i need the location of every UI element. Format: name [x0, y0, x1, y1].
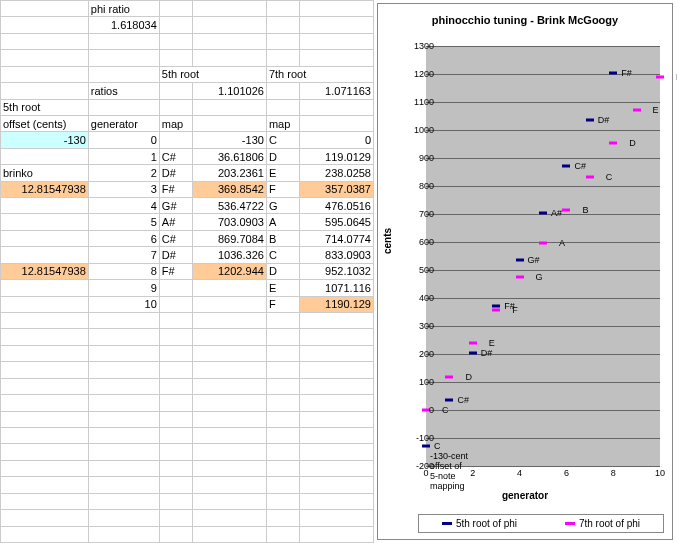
data-point	[469, 352, 477, 355]
y-tick: 100	[400, 377, 434, 387]
label-offset: offset (cents)	[1, 115, 89, 131]
offset-value[interactable]: -130	[1, 132, 89, 148]
legend-5th: 5th root of phi	[456, 518, 517, 529]
label-ratios: ratios	[88, 83, 159, 99]
x-tick: 6	[564, 468, 569, 478]
data-point	[633, 109, 641, 112]
label-generator: generator	[88, 115, 159, 131]
chart[interactable]: phinocchio tuning - Brink McGoogy cents …	[377, 3, 673, 540]
brinko-a[interactable]: 12.81547938	[1, 181, 89, 197]
y-tick: 1000	[400, 125, 434, 135]
data-point	[469, 342, 477, 345]
label-5th-root: 5th root	[1, 99, 89, 115]
data-point	[539, 212, 547, 215]
legend-7th: 7th root of phi	[579, 518, 640, 529]
legend-swatch-blue	[442, 522, 452, 525]
data-point	[562, 209, 570, 212]
data-point	[586, 175, 594, 178]
y-tick: -200	[400, 461, 434, 471]
x-tick: 4	[517, 468, 522, 478]
chart-title: phinocchio tuning - Brink McGoogy	[378, 4, 672, 32]
x-tick: 0	[423, 468, 428, 478]
data-point	[516, 258, 524, 261]
data-point	[656, 75, 664, 78]
header-map-5: map	[159, 115, 192, 131]
point-label: G#	[528, 255, 540, 265]
y-tick: 300	[400, 321, 434, 331]
point-label: A#	[551, 208, 562, 218]
brinko-b[interactable]: 12.81547938	[1, 263, 89, 279]
ratio-5: 1.101026	[193, 83, 267, 99]
data-point	[492, 309, 500, 312]
header-7th-root: 7th root	[266, 66, 373, 82]
y-tick: 1200	[400, 69, 434, 79]
data-point	[516, 275, 524, 278]
x-tick: 8	[611, 468, 616, 478]
legend-swatch-pink	[565, 522, 575, 525]
point-label: C#	[457, 395, 469, 405]
x-tick: 2	[470, 468, 475, 478]
y-tick: -100	[400, 433, 434, 443]
spreadsheet[interactable]: phi ratio 1.618034 5th root7th root rati…	[0, 0, 374, 543]
point-label: G	[536, 272, 543, 282]
point-label: D	[465, 372, 472, 382]
point-label: D	[629, 138, 636, 148]
data-point	[445, 375, 453, 378]
y-tick: 600	[400, 237, 434, 247]
point-label: F#	[621, 68, 632, 78]
x-tick: 10	[655, 468, 665, 478]
data-point	[562, 165, 570, 168]
point-label: B	[582, 205, 588, 215]
point-label: C	[442, 405, 449, 415]
data-point	[586, 118, 594, 121]
y-tick: 400	[400, 293, 434, 303]
data-point	[609, 142, 617, 145]
point-label: D#	[481, 348, 493, 358]
y-tick: 700	[400, 209, 434, 219]
phi-value: 1.618034	[88, 17, 159, 33]
header-map-7: map	[266, 115, 299, 131]
annotation: -130-centoffset of5-notemapping	[430, 452, 468, 492]
point-label: E	[653, 105, 659, 115]
y-axis-label: cents	[382, 228, 393, 254]
data-point	[422, 445, 430, 448]
y-tick: 200	[400, 349, 434, 359]
data-point	[609, 72, 617, 75]
point-label: C	[606, 172, 613, 182]
y-tick: 900	[400, 153, 434, 163]
y-tick: 0	[400, 405, 434, 415]
data-point	[539, 242, 547, 245]
point-label: A	[559, 238, 565, 248]
y-tick: 500	[400, 265, 434, 275]
point-label: C#	[574, 161, 586, 171]
x-axis-label: generator	[378, 490, 672, 501]
ratio-7: 1.071163	[300, 83, 374, 99]
legend: 5th root of phi 7th root of phi	[418, 514, 664, 533]
data-point	[445, 398, 453, 401]
label-phi-ratio: phi ratio	[88, 1, 159, 17]
point-label: D#	[598, 115, 610, 125]
point-label: F	[512, 305, 518, 315]
point-label: C	[434, 441, 441, 451]
label-brinko: brinko	[1, 165, 89, 181]
header-5th-root: 5th root	[159, 66, 266, 82]
y-tick: 1100	[400, 97, 434, 107]
data-point	[492, 305, 500, 308]
point-label: E	[489, 338, 495, 348]
y-tick: 1300	[400, 41, 434, 51]
y-tick: 800	[400, 181, 434, 191]
plot-area: CC#D#F#G#A#C#D#F#CDEFGABCDEF-130-centoff…	[426, 46, 660, 466]
